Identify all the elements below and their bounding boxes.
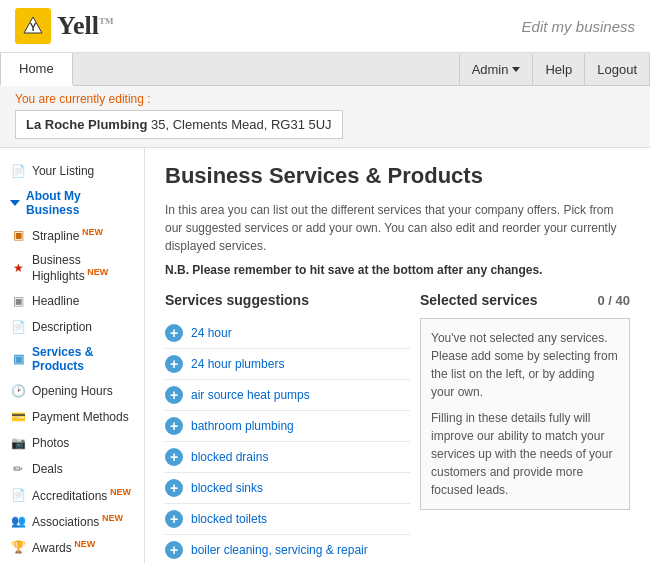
two-columns: Services suggestions +24 hour+24 hour pl…: [165, 292, 630, 563]
sidebar-item-label: Services & Products: [32, 345, 134, 373]
opening-hours-icon: 🕑: [10, 383, 26, 399]
selected-services-header: Selected services 0 / 40: [420, 292, 630, 308]
services-suggestions-header-text: Services suggestions: [165, 292, 309, 308]
add-service-icon: +: [165, 386, 183, 404]
sidebar-item-accreditations[interactable]: 📄Accreditations new: [0, 482, 144, 508]
business-address-text: 35, Clements Mead, RG31 5UJ: [151, 117, 332, 132]
add-service-icon: +: [165, 324, 183, 342]
sidebar-item-strapline[interactable]: ▣Strapline new: [0, 222, 144, 248]
add-service-icon: +: [165, 448, 183, 466]
service-item[interactable]: +24 hour plumbers: [165, 349, 410, 380]
chevron-down-icon: [512, 67, 520, 72]
sidebar-about-header[interactable]: About My Business: [0, 184, 144, 222]
nav-logout-button[interactable]: Logout: [584, 54, 650, 85]
services-count-badge: 0 / 40: [597, 293, 630, 308]
editing-label: You are currently editing :: [15, 92, 635, 106]
content-area: Business Services & Products In this are…: [145, 148, 650, 563]
sidebar-item-label: Deals: [32, 462, 63, 476]
svg-text:Y: Y: [30, 22, 37, 33]
description-icon: 📄: [10, 319, 26, 335]
yell-logo-icon: Y: [15, 8, 51, 44]
nav-admin-button[interactable]: Admin: [459, 54, 533, 85]
service-label: 24 hour plumbers: [191, 357, 284, 371]
warning-text: N.B. Please remember to hit save at the …: [165, 263, 630, 277]
selected-services-column: Selected services 0 / 40 You've not sele…: [420, 292, 630, 563]
add-service-icon: +: [165, 541, 183, 559]
yell-logo-text: YellTM: [57, 13, 113, 39]
logo-area: Y YellTM: [15, 8, 113, 44]
selected-empty-text: You've not selected any services. Please…: [431, 329, 619, 401]
sidebar-item-label: Accreditations new: [32, 487, 131, 503]
sidebar-item-label: Headline: [32, 294, 79, 308]
service-label: bathroom plumbing: [191, 419, 294, 433]
your-listing-label: Your Listing: [32, 164, 94, 178]
awards-icon: 🏆: [10, 539, 26, 555]
headline-icon: ▣: [10, 293, 26, 309]
service-label: blocked toilets: [191, 512, 267, 526]
associations-icon: 👥: [10, 513, 26, 529]
service-item[interactable]: +bathroom plumbing: [165, 411, 410, 442]
sidebar-item-your-listing[interactable]: 📄 Your Listing: [0, 158, 144, 184]
nav-home-button[interactable]: Home: [0, 53, 73, 86]
service-item[interactable]: +24 hour: [165, 318, 410, 349]
service-item[interactable]: +boiler cleaning, servicing & repair: [165, 535, 410, 563]
sidebar-item-awards[interactable]: 🏆Awards new: [0, 534, 144, 560]
service-item[interactable]: +blocked toilets: [165, 504, 410, 535]
service-item[interactable]: +blocked sinks: [165, 473, 410, 504]
service-label: 24 hour: [191, 326, 232, 340]
sidebar-item-label: Photos: [32, 436, 69, 450]
nav-right: Admin Help Logout: [459, 54, 650, 85]
strapline-icon: ▣: [10, 227, 26, 243]
add-service-icon: +: [165, 510, 183, 528]
collapse-icon: [10, 200, 20, 206]
selected-services-header-text: Selected services: [420, 292, 538, 308]
your-listing-icon: 📄: [10, 163, 26, 179]
service-item[interactable]: +blocked drains: [165, 442, 410, 473]
service-item[interactable]: +air source heat pumps: [165, 380, 410, 411]
services-suggestions-header: Services suggestions: [165, 292, 410, 308]
payment-icon: 💳: [10, 409, 26, 425]
sidebar-item-associations[interactable]: 👥Associations new: [0, 508, 144, 534]
sidebar-item-label: Description: [32, 320, 92, 334]
sidebar-items-list: ▣Strapline new★Business Highlights new▣H…: [0, 222, 144, 560]
header: Y YellTM Edit my business: [0, 0, 650, 53]
add-service-icon: +: [165, 479, 183, 497]
highlights-icon: ★: [10, 260, 26, 276]
accreditations-icon: 📄: [10, 487, 26, 503]
sidebar-item-label: Associations new: [32, 513, 123, 529]
business-name: La Roche Plumbing: [26, 117, 147, 132]
business-name-bar: La Roche Plumbing 35, Clements Mead, RG3…: [15, 110, 343, 139]
sidebar-item-services[interactable]: ▣Services & Products: [0, 340, 144, 378]
add-service-icon: +: [165, 355, 183, 373]
service-label: boiler cleaning, servicing & repair: [191, 543, 368, 557]
sidebar-item-description[interactable]: 📄Description: [0, 314, 144, 340]
services-suggestions-column: Services suggestions +24 hour+24 hour pl…: [165, 292, 410, 563]
services-icon: ▣: [10, 351, 26, 367]
service-label: blocked drains: [191, 450, 268, 464]
add-service-icon: +: [165, 417, 183, 435]
sidebar-item-payment[interactable]: 💳Payment Methods: [0, 404, 144, 430]
sidebar-item-opening-hours[interactable]: 🕑Opening Hours: [0, 378, 144, 404]
sidebar-item-deals[interactable]: ✏Deals: [0, 456, 144, 482]
service-label: air source heat pumps: [191, 388, 310, 402]
deals-icon: ✏: [10, 461, 26, 477]
service-label: blocked sinks: [191, 481, 263, 495]
services-list: +24 hour+24 hour plumbers+air source hea…: [165, 318, 410, 563]
main-layout: 📄 Your Listing About My Business ▣Strapl…: [0, 148, 650, 563]
about-my-business-label: About My Business: [26, 189, 134, 217]
sidebar: 📄 Your Listing About My Business ▣Strapl…: [0, 148, 145, 563]
editing-banner: You are currently editing : La Roche Plu…: [0, 86, 650, 148]
sidebar-item-label: Opening Hours: [32, 384, 113, 398]
sidebar-item-label: Payment Methods: [32, 410, 129, 424]
page-title: Business Services & Products: [165, 163, 630, 189]
sidebar-item-photos[interactable]: 📷Photos: [0, 430, 144, 456]
description-text: In this area you can list out the differ…: [165, 201, 630, 255]
sidebar-item-label: Strapline new: [32, 227, 103, 243]
selected-services-box: You've not selected any services. Please…: [420, 318, 630, 510]
sidebar-item-headline[interactable]: ▣Headline: [0, 288, 144, 314]
sidebar-item-label: Awards new: [32, 539, 95, 555]
nav-bar: Home Admin Help Logout: [0, 53, 650, 86]
sidebar-item-label: Business Highlights new: [32, 253, 134, 283]
nav-help-button[interactable]: Help: [532, 54, 584, 85]
sidebar-item-highlights[interactable]: ★Business Highlights new: [0, 248, 144, 288]
